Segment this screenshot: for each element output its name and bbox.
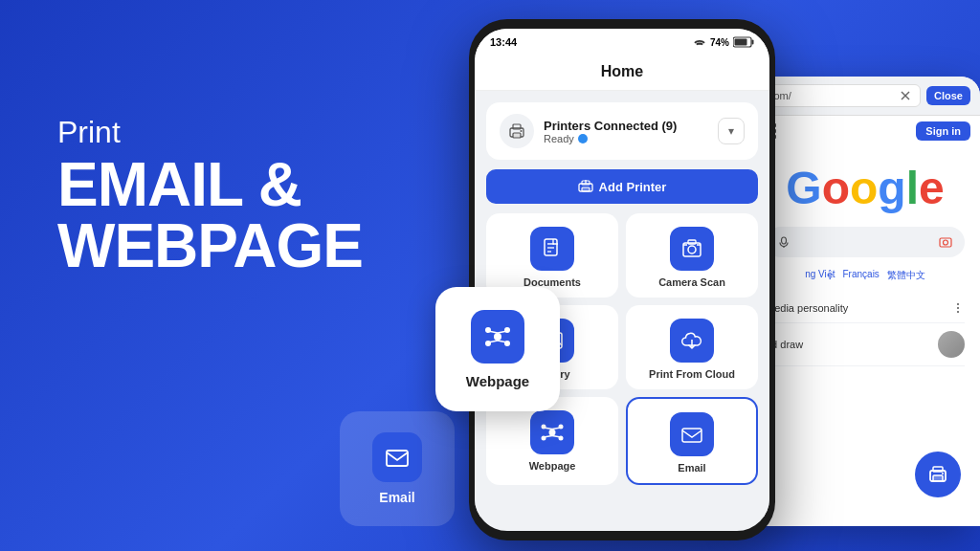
status-time: 13:44 — [490, 36, 517, 48]
main-title: EMAIL & WEBPAGE — [57, 154, 363, 276]
print-fab-icon — [926, 463, 949, 486]
webpage-card-label: Webpage — [466, 373, 529, 389]
phone-screen: 13:44 74% Home — [475, 29, 769, 531]
app-card-documents[interactable]: Documents — [486, 213, 618, 298]
printer-icon — [507, 121, 526, 141]
email-card-label: Email — [379, 490, 414, 505]
status-bar: 13:44 74% — [475, 29, 769, 55]
browser-content: Google ng Việt Français 繁體中文 media perso… — [750, 146, 980, 386]
printer-status: Ready — [544, 133, 708, 144]
svg-point-16 — [521, 130, 523, 132]
browser-urlbar: com/ Close — [750, 77, 980, 116]
svg-rect-11 — [752, 40, 754, 45]
svg-rect-53 — [933, 475, 943, 481]
camera-search-icon — [938, 234, 953, 250]
printer-card[interactable]: Printers Connected (9) Ready ▾ — [486, 102, 758, 160]
microphone-icon — [777, 235, 791, 249]
printer-expand-btn[interactable]: ▾ — [718, 118, 745, 144]
svg-line-7 — [498, 331, 507, 333]
webpage-icon-box-grid — [530, 410, 574, 454]
left-section: Print EMAIL & WEBPAGE — [57, 115, 363, 276]
svg-line-38 — [544, 428, 552, 430]
svg-line-40 — [544, 436, 552, 438]
email-icon-box-grid — [670, 412, 714, 456]
svg-point-51 — [957, 311, 959, 313]
status-indicator — [578, 134, 588, 143]
cloud-download-icon — [679, 328, 704, 353]
signin-btn[interactable]: Sign in — [916, 121, 970, 141]
svg-rect-0 — [387, 451, 408, 466]
svg-line-8 — [488, 341, 498, 342]
svg-rect-42 — [682, 429, 702, 442]
webpage-icon-bg — [471, 310, 524, 364]
print-fab[interactable] — [915, 452, 961, 497]
camera-scan-label: Camera Scan — [658, 276, 725, 288]
add-printer-icon — [578, 179, 593, 194]
status-right: 74% — [693, 36, 754, 48]
phone-header: Home — [475, 55, 769, 91]
camera-scan-icon-box — [670, 227, 714, 271]
svg-line-41 — [552, 436, 561, 438]
svg-rect-54 — [933, 467, 943, 472]
wifi-icon — [693, 37, 706, 47]
svg-point-55 — [942, 473, 944, 474]
close-icon-urlbar[interactable] — [899, 89, 912, 102]
printer-info: Printers Connected (9) Ready — [544, 119, 708, 144]
svg-rect-27 — [688, 240, 696, 244]
close-browser-btn[interactable]: Close — [926, 86, 970, 105]
email-card-float[interactable]: Email — [340, 411, 455, 526]
url-input[interactable]: com/ — [760, 84, 921, 107]
printer-name: Printers Connected (9) — [544, 119, 708, 133]
webpage-grid-icon — [540, 420, 565, 445]
printer-icon-circle — [500, 114, 534, 148]
print-from-cloud-label: Print From Cloud — [649, 368, 735, 380]
app-card-camera-scan[interactable]: Camera Scan — [626, 213, 758, 298]
svg-point-45 — [782, 237, 787, 244]
browser-mockup: com/ Close Sign in Google — [750, 77, 980, 526]
email-grid-icon — [679, 422, 704, 447]
email-grid-label: Email — [678, 462, 705, 474]
documents-icon-box — [530, 227, 574, 271]
app-card-email[interactable]: Email — [626, 397, 758, 485]
email-icon-bg — [372, 432, 422, 482]
app-card-print-from-cloud[interactable]: Print From Cloud — [626, 305, 758, 389]
svg-point-49 — [957, 303, 959, 305]
webpage-icon — [483, 322, 512, 351]
browser-toolbar: Sign in — [750, 116, 980, 146]
svg-line-6 — [488, 331, 498, 333]
svg-rect-12 — [735, 39, 747, 46]
google-search-bar[interactable] — [766, 227, 965, 257]
webpage-card-float[interactable]: Webpage — [435, 287, 560, 411]
language-row: ng Việt Français 繁體中文 — [805, 269, 925, 282]
svg-rect-14 — [513, 133, 521, 138]
webpage-grid-label: Webpage — [529, 460, 576, 472]
svg-point-33 — [549, 430, 556, 436]
phone-mockup: 13:44 74% Home — [469, 19, 775, 540]
camera-scan-icon — [679, 236, 704, 261]
print-label: Print — [57, 115, 363, 150]
svg-rect-18 — [582, 187, 590, 191]
browser-list-item-1[interactable]: media personality — [766, 294, 965, 323]
svg-line-9 — [498, 341, 507, 342]
print-from-cloud-icon-box — [670, 319, 714, 363]
google-logo: Google — [786, 165, 944, 211]
svg-line-39 — [552, 428, 561, 430]
documents-icon — [540, 236, 565, 261]
battery-icon — [733, 36, 754, 48]
browser-list-item-2[interactable]: nd draw — [766, 323, 965, 366]
svg-point-1 — [494, 333, 501, 341]
svg-point-50 — [957, 307, 959, 309]
email-icon — [384, 444, 411, 471]
svg-rect-47 — [940, 238, 951, 247]
svg-point-48 — [944, 240, 948, 245]
add-printer-btn[interactable]: Add Printer — [486, 169, 758, 204]
svg-point-26 — [688, 246, 696, 253]
battery-level: 74% — [710, 37, 729, 48]
more-options-icon[interactable] — [951, 301, 965, 315]
